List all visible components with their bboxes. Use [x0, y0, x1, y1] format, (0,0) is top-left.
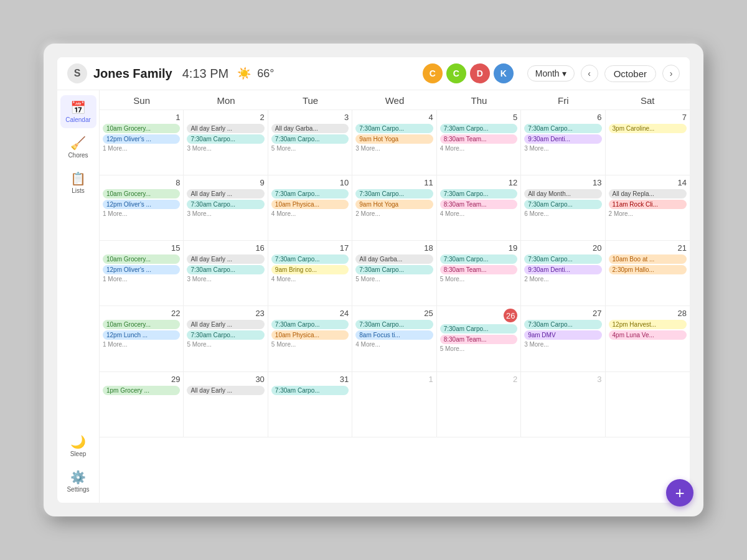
cal-cell[interactable]: 3All day Garba...7:30am Carpo...5 More..… [268, 110, 352, 175]
event[interactable]: 10am Grocery... [103, 189, 180, 198]
more-link[interactable]: 1 More... [103, 210, 180, 217]
sidebar-item-chores[interactable]: 🧹Chores [60, 131, 96, 164]
cal-cell[interactable]: 2210am Grocery...12pm Lunch ...1 More... [100, 306, 184, 371]
event[interactable]: 7:30am Carpo... [524, 124, 601, 133]
more-link[interactable]: 3 More... [187, 145, 264, 152]
event[interactable]: 10am Physica... [271, 330, 349, 340]
more-link[interactable]: 1 More... [103, 276, 180, 282]
cal-cell[interactable]: 197:30am Carpo...8:30am Team...5 More... [437, 241, 521, 306]
event[interactable]: All day Early ... [187, 254, 264, 264]
event[interactable]: All day Month... [524, 189, 601, 198]
sidebar-item-lists[interactable]: 📋Lists [60, 166, 96, 199]
event[interactable]: 4pm Luna Ve... [609, 330, 687, 340]
cal-cell[interactable]: 67:30am Carpo...9:30am Denti...3 More... [521, 110, 605, 175]
event[interactable]: All day Early ... [187, 124, 264, 133]
event[interactable]: All day Garba... [355, 254, 433, 264]
event[interactable]: 8:30am Team... [440, 335, 517, 344]
event[interactable]: 7:30am Carpo... [355, 320, 433, 329]
more-link[interactable]: 5 More... [440, 276, 517, 282]
cal-cell[interactable]: 117:30am Carpo...9am Hot Yoga2 More... [352, 175, 436, 241]
event[interactable]: 7:30am Carpo... [271, 386, 349, 395]
cal-cell[interactable]: 207:30am Carpo...9:30am Denti...2 More..… [521, 241, 605, 306]
event[interactable]: All day Early ... [187, 189, 264, 198]
add-event-button[interactable]: + [666, 479, 690, 503]
more-link[interactable]: 5 More... [355, 276, 433, 282]
avatar[interactable]: C [423, 63, 443, 83]
cal-cell[interactable]: 23All day Early ...7:30am Carpo...5 More… [184, 306, 268, 371]
event[interactable]: 1pm Grocery ... [103, 386, 180, 395]
cal-cell[interactable]: 267:30am Carpo...8:30am Team...5 More... [437, 306, 521, 371]
event[interactable]: 9am Bring co... [271, 265, 349, 274]
event[interactable]: 7:30am Carpo... [187, 265, 264, 274]
event[interactable]: 8:30am Team... [440, 265, 517, 274]
event[interactable]: 11am Rock Cli... [609, 200, 687, 209]
avatar[interactable]: K [494, 63, 514, 83]
cal-cell[interactable]: 277:30am Carpo...9am DMV3 More... [521, 306, 605, 371]
more-link[interactable]: 5 More... [187, 341, 264, 348]
more-link[interactable]: 4 More... [440, 210, 517, 217]
more-link[interactable]: 3 More... [187, 276, 264, 282]
cal-cell[interactable]: 1510am Grocery...12pm Oliver's ...1 More… [100, 241, 184, 306]
event[interactable]: 12pm Lunch ... [103, 330, 180, 340]
more-link[interactable]: 1 More... [103, 145, 180, 152]
event[interactable]: 10am Grocery... [103, 254, 180, 264]
more-link[interactable]: 3 More... [524, 145, 601, 152]
event[interactable]: All day Early ... [187, 386, 264, 395]
sidebar-item-settings[interactable]: ⚙️Settings [60, 465, 96, 498]
event[interactable]: 7:30am Carpo... [271, 320, 349, 329]
cal-cell[interactable]: 247:30am Carpo...10am Physica...5 More..… [268, 306, 352, 371]
more-link[interactable]: 4 More... [355, 341, 433, 348]
more-link[interactable]: 3 More... [524, 341, 601, 348]
cal-cell[interactable]: 16All day Early ...7:30am Carpo...3 More… [184, 241, 268, 306]
event[interactable]: 8:30am Team... [440, 134, 517, 144]
event[interactable]: 7:30am Carpo... [524, 320, 601, 329]
event[interactable]: 7:30am Carpo... [355, 265, 433, 274]
event[interactable]: 9am DMV [524, 330, 601, 340]
more-link[interactable]: 3 More... [187, 210, 264, 217]
view-selector[interactable]: Month ▾ [527, 65, 575, 82]
event[interactable]: 10am Grocery... [103, 320, 180, 329]
event[interactable]: 12pm Oliver's ... [103, 265, 180, 274]
cal-cell[interactable]: 2110am Boo at ...2:30pm Hallo... [606, 241, 690, 306]
next-button[interactable]: › [662, 65, 680, 82]
event[interactable]: 7:30am Carpo... [187, 330, 264, 340]
cal-cell[interactable]: 30All day Early ... [184, 372, 268, 437]
cal-cell[interactable]: 9All day Early ...7:30am Carpo...3 More.… [184, 175, 268, 241]
event[interactable]: 8:30am Team... [440, 200, 517, 209]
avatar[interactable]: C [446, 63, 466, 83]
event[interactable]: 7:30am Carpo... [440, 254, 517, 264]
event[interactable]: 7:30am Carpo... [271, 189, 349, 198]
cal-cell[interactable]: 2812pm Harvest...4pm Luna Ve... [606, 306, 690, 371]
cal-cell[interactable]: 291pm Grocery ... [100, 372, 184, 437]
cal-cell[interactable]: 3 [521, 372, 605, 437]
cal-cell[interactable]: 14All day Repla...11am Rock Cli...2 More… [606, 175, 690, 241]
event[interactable]: 12pm Harvest... [609, 320, 687, 329]
event[interactable]: 10am Boo at ... [609, 254, 687, 264]
event[interactable]: 9:30am Denti... [524, 265, 601, 274]
event[interactable]: 7:30am Carpo... [440, 124, 517, 133]
cal-cell[interactable]: 257:30am Carpo...8am Focus ti...4 More..… [352, 306, 436, 371]
event[interactable]: 7:30am Carpo... [355, 124, 433, 133]
more-link[interactable]: 5 More... [271, 341, 349, 348]
event[interactable]: 7:30am Carpo... [187, 200, 264, 209]
cal-cell[interactable]: 47:30am Carpo...9am Hot Yoga3 More... [352, 110, 436, 175]
event[interactable]: 10am Physica... [271, 200, 349, 209]
more-link[interactable]: 4 More... [440, 145, 517, 152]
event[interactable]: 3pm Caroline... [609, 124, 687, 133]
event[interactable]: 9am Hot Yoga [355, 200, 433, 209]
more-link[interactable]: 2 More... [524, 276, 601, 282]
event[interactable]: 7:30am Carpo... [355, 189, 433, 198]
cal-cell[interactable]: 1 [352, 372, 436, 437]
cal-cell[interactable]: 177:30am Carpo...9am Bring co...4 More..… [268, 241, 352, 306]
cal-cell[interactable]: 2 [437, 372, 521, 437]
event[interactable]: 7:30am Carpo... [187, 134, 264, 144]
more-link[interactable]: 5 More... [440, 345, 517, 352]
cal-cell[interactable]: 110am Grocery...12pm Oliver's ...1 More.… [100, 110, 184, 175]
more-link[interactable]: 2 More... [355, 210, 433, 217]
event[interactable]: All day Early ... [187, 320, 264, 329]
cal-cell[interactable]: 2All day Early ...7:30am Carpo...3 More.… [184, 110, 268, 175]
cal-cell[interactable]: 13All day Month...7:30am Carpo...6 More.… [521, 175, 605, 241]
more-link[interactable]: 3 More... [355, 145, 433, 152]
more-link[interactable]: 6 More... [524, 210, 601, 217]
prev-button[interactable]: ‹ [581, 65, 598, 82]
